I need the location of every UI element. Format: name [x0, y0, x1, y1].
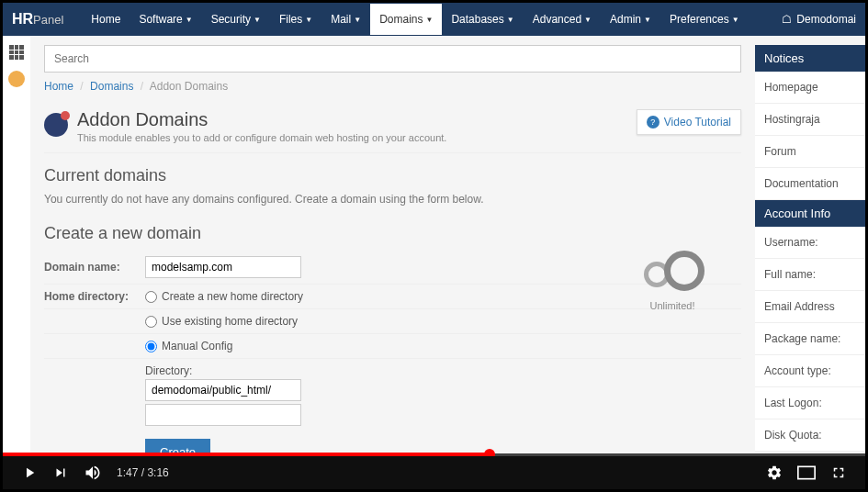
rail-circle-icon[interactable]	[8, 71, 25, 87]
video-tutorial-button[interactable]: ? Video Tutorial	[637, 109, 741, 135]
chevron-down-icon: ▼	[254, 16, 261, 24]
breadcrumb-home[interactable]: Home	[44, 80, 73, 93]
notices-item[interactable]: Documentation	[755, 168, 865, 200]
info-icon: ?	[647, 116, 659, 129]
opt-existing-dir[interactable]: Use existing home directory	[145, 315, 298, 328]
fullscreen-button[interactable]	[823, 464, 854, 481]
ring-big-icon	[664, 251, 705, 291]
directory-input[interactable]	[145, 379, 301, 401]
chevron-down-icon: ▼	[426, 16, 434, 24]
breadcrumb: Home / Domains / Addon Domains	[44, 80, 741, 93]
chevron-down-icon: ▼	[732, 16, 739, 24]
current-domains-text: You currently do not have any domains co…	[44, 193, 741, 206]
nav-mail[interactable]: Mail▼	[321, 4, 370, 35]
disk-space-indicator: Unlimited!	[640, 251, 705, 311]
current-domains-heading: Current domains	[44, 166, 741, 185]
nav-software[interactable]: Software▼	[130, 4, 201, 35]
chevron-down-icon: ▼	[186, 16, 193, 24]
nav-preferences[interactable]: Preferences▼	[660, 4, 749, 35]
nav-home[interactable]: Home	[82, 4, 130, 35]
search-input[interactable]	[44, 45, 741, 73]
nav-items: Home Software▼ Security▼ Files▼ Mail▼ Do…	[82, 4, 748, 35]
video-time: 1:47 / 3:16	[117, 466, 169, 479]
chevron-down-icon: ▼	[354, 16, 361, 24]
notices-item[interactable]: Forum	[755, 136, 865, 168]
breadcrumb-current: Addon Domains	[150, 80, 228, 93]
nav-files[interactable]: Files▼	[270, 4, 321, 35]
theater-button[interactable]	[790, 465, 823, 480]
next-icon	[52, 464, 69, 481]
fullscreen-icon	[830, 464, 847, 481]
account-info-header: Account Info	[755, 200, 865, 227]
next-button[interactable]	[45, 464, 76, 481]
notices-header: Notices	[755, 45, 865, 72]
settings-button[interactable]	[759, 464, 790, 481]
user-menu[interactable]: ☖ Demodomai	[782, 13, 856, 26]
chevron-down-icon: ▼	[584, 16, 592, 24]
module-icon	[44, 113, 68, 137]
account-item: Email Address	[755, 291, 865, 323]
create-button[interactable]: Create	[145, 439, 210, 453]
chevron-down-icon: ▼	[644, 16, 651, 24]
top-nav: HRPanel Home Software▼ Security▼ Files▼ …	[3, 3, 865, 36]
nav-admin[interactable]: Admin▼	[601, 4, 660, 35]
notices-item[interactable]: Homepage	[755, 72, 865, 104]
nav-advanced[interactable]: Advanced▼	[524, 4, 601, 35]
play-icon	[21, 464, 38, 481]
directory-label: Directory:	[145, 364, 301, 377]
gear-icon	[766, 464, 783, 481]
create-domain-heading: Create a new domain	[44, 224, 741, 243]
home-dir-label: Home directory:	[44, 290, 145, 303]
video-controls: 1:47 / 3:16	[3, 456, 865, 489]
logo: HRPanel	[12, 11, 63, 28]
page-subtitle: This module enables you to add or config…	[77, 132, 446, 143]
breadcrumb-domains[interactable]: Domains	[90, 80, 133, 93]
account-item: Last Logon:	[755, 387, 865, 419]
domain-name-input[interactable]	[145, 256, 301, 278]
left-rail	[3, 36, 30, 453]
directory-extra-input[interactable]	[145, 404, 301, 426]
opt-manual-config[interactable]: Manual Config	[145, 340, 232, 352]
page-title: Addon Domains	[77, 109, 446, 130]
nav-security[interactable]: Security▼	[202, 4, 270, 35]
domain-name-label: Domain name:	[44, 261, 145, 274]
main-content: Home / Domains / Addon Domains Addon Dom…	[30, 36, 755, 453]
notices-item[interactable]: Hostingraja	[755, 104, 865, 136]
right-column: Notices Homepage Hostingraja Forum Docum…	[755, 36, 865, 453]
theater-icon	[797, 465, 816, 480]
svg-rect-0	[798, 466, 815, 478]
nav-databases[interactable]: Databases▼	[442, 4, 523, 35]
opt-new-dir[interactable]: Create a new home directory	[145, 290, 303, 303]
play-button[interactable]	[14, 464, 45, 481]
nav-domains[interactable]: Domains▼	[370, 4, 442, 35]
volume-button[interactable]	[76, 464, 109, 482]
account-item: Package name:	[755, 323, 865, 355]
account-item: Full name:	[755, 259, 865, 291]
volume-icon	[84, 464, 102, 482]
account-item: Account type:	[755, 355, 865, 387]
user-icon: ☖	[782, 13, 792, 26]
apps-grid-icon[interactable]	[9, 45, 24, 60]
account-item: Username:	[755, 227, 865, 259]
chevron-down-icon: ▼	[305, 16, 312, 24]
chevron-down-icon: ▼	[507, 16, 514, 24]
account-item: Disk Quota:	[755, 419, 865, 452]
